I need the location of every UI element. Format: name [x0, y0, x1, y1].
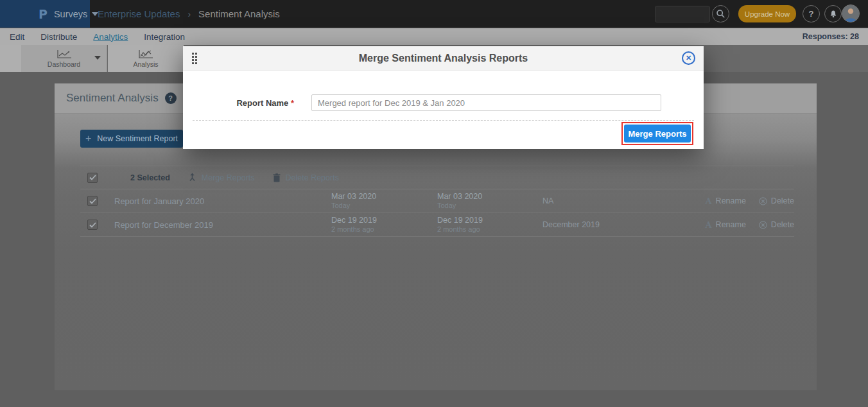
- delete-reports-action[interactable]: Delete Reports: [273, 173, 339, 182]
- merge-icon: [188, 173, 196, 182]
- ribbon-tab-analysis[interactable]: Analysis: [108, 45, 184, 72]
- search-icon: [716, 9, 725, 19]
- breadcrumb-separator-icon: ›: [187, 9, 191, 19]
- brand-logo: P: [39, 7, 48, 21]
- notifications-button[interactable]: [824, 5, 842, 22]
- close-icon: ✕: [686, 54, 691, 62]
- nav-item-integration[interactable]: Integration: [144, 32, 185, 42]
- new-report-label: New Sentiment Report: [97, 134, 178, 143]
- modified-relative: Today: [437, 202, 542, 210]
- created-date: Mar 03 2020: [331, 192, 437, 201]
- app-root: P Surveys Enterprise Updates › Sentiment…: [0, 0, 868, 407]
- rename-icon: A: [706, 196, 712, 206]
- created-date-cell: Mar 03 2020 Today: [331, 192, 437, 209]
- nav-item-edit[interactable]: Edit: [10, 32, 24, 42]
- breadcrumb: Enterprise Updates › Sentiment Analysis: [98, 0, 280, 28]
- merge-reports-label: Merge Reports: [202, 173, 255, 182]
- survey-nav: Edit Distribute Analytics Integration Re…: [0, 28, 868, 45]
- search-button[interactable]: [712, 5, 729, 22]
- modal-divider: [193, 120, 694, 121]
- rename-button[interactable]: A Rename: [706, 196, 746, 206]
- drag-handle-icon[interactable]: [192, 53, 197, 64]
- row-checkbox[interactable]: [87, 196, 98, 206]
- row-checkbox[interactable]: [87, 220, 98, 230]
- required-asterisk: *: [291, 98, 294, 108]
- reports-table: 2 Selected Merge Reports: [80, 166, 794, 237]
- modified-date-cell: Dec 19 2019 2 months ago: [437, 216, 542, 233]
- modal-body: Report Name * Merge Reports: [183, 71, 704, 148]
- new-sentiment-report-button[interactable]: + New Sentiment Report: [80, 130, 183, 148]
- nav-item-distribute[interactable]: Distribute: [40, 32, 77, 42]
- check-icon: [89, 175, 96, 180]
- trend-chart-icon: [137, 49, 154, 59]
- page-help-button[interactable]: ?: [165, 92, 177, 104]
- report-name-label-text: Report Name: [236, 98, 288, 108]
- page-title: Sentiment Analysis: [66, 92, 159, 105]
- row-actions: A Rename Delete: [693, 196, 794, 206]
- report-name-field-row: Report Name *: [183, 94, 704, 111]
- top-bar: P Surveys Enterprise Updates › Sentiment…: [0, 0, 868, 28]
- circle-x-icon: [759, 197, 767, 205]
- merge-reports-submit-button[interactable]: Merge Reports: [624, 125, 691, 143]
- click-target-annotation: Merge Reports: [621, 122, 693, 145]
- breadcrumb-survey-link[interactable]: Enterprise Updates: [98, 8, 180, 19]
- delete-button[interactable]: Delete: [759, 220, 794, 229]
- created-date: Dec 19 2019: [331, 216, 437, 225]
- delete-label: Delete: [771, 220, 794, 229]
- help-button[interactable]: ?: [803, 5, 820, 22]
- person-icon: [842, 5, 859, 22]
- ribbon-tab-label: Dashboard: [48, 60, 80, 68]
- select-all-checkbox[interactable]: [87, 173, 98, 183]
- product-switcher[interactable]: P Surveys: [0, 0, 90, 28]
- merge-reports-modal: Merge Sentiment Analysis Reports ✕ Repor…: [183, 46, 704, 149]
- created-relative: 2 months ago: [331, 225, 437, 234]
- plus-icon: +: [85, 133, 91, 144]
- bell-icon: [829, 10, 838, 19]
- chevron-down-icon[interactable]: [94, 56, 101, 60]
- trash-icon: [273, 173, 281, 182]
- product-name: Surveys: [54, 9, 87, 19]
- modal-close-button[interactable]: ✕: [682, 51, 695, 65]
- report-name[interactable]: Report for January 2020: [114, 196, 331, 206]
- report-name-input[interactable]: [311, 94, 661, 111]
- delete-label: Delete: [771, 196, 794, 205]
- panel-body: + New Sentiment Report 2 Selected: [55, 114, 817, 390]
- table-row[interactable]: Report for January 2020 Mar 03 2020 Toda…: [80, 189, 794, 213]
- breadcrumb-current-page: Sentiment Analysis: [198, 8, 280, 19]
- created-relative: Today: [331, 202, 437, 210]
- table-row[interactable]: Report for December 2019 Dec 19 2019 2 m…: [80, 213, 794, 237]
- rename-icon: A: [706, 220, 712, 230]
- upgrade-now-button[interactable]: Upgrade Now: [738, 5, 796, 22]
- modified-date: Mar 03 2020: [437, 192, 542, 201]
- created-date-cell: Dec 19 2019 2 months ago: [331, 216, 437, 233]
- user-avatar[interactable]: [842, 4, 860, 22]
- modal-title: Merge Sentiment Analysis Reports: [359, 53, 528, 64]
- question-mark-icon: ?: [809, 9, 814, 19]
- row-actions: A Rename Delete: [693, 220, 794, 230]
- check-icon: [89, 222, 96, 228]
- merge-reports-action[interactable]: Merge Reports: [188, 173, 255, 182]
- report-name-label: Report Name *: [183, 98, 294, 108]
- rename-label: Rename: [716, 220, 746, 229]
- delete-button[interactable]: Delete: [759, 196, 794, 205]
- check-icon: [89, 198, 96, 204]
- bulk-action-row: 2 Selected Merge Reports: [80, 166, 794, 189]
- responses-count: Responses: 28: [803, 32, 859, 41]
- global-search-input[interactable]: [655, 6, 710, 22]
- line-chart-icon: [56, 49, 73, 59]
- rename-button[interactable]: A Rename: [706, 220, 746, 230]
- ribbon-edge: [0, 45, 21, 72]
- ribbon-tab-dashboard[interactable]: Dashboard: [21, 45, 107, 72]
- modal-header: Merge Sentiment Analysis Reports ✕: [183, 46, 704, 71]
- rename-label: Rename: [716, 196, 746, 205]
- report-period: NA: [542, 196, 693, 205]
- modified-relative: 2 months ago: [437, 225, 542, 234]
- ribbon-tab-label: Analysis: [133, 60, 158, 68]
- report-period: December 2019: [542, 220, 693, 229]
- circle-x-icon: [759, 221, 767, 229]
- report-name[interactable]: Report for December 2019: [114, 220, 331, 230]
- delete-reports-label: Delete Reports: [286, 173, 339, 182]
- modified-date-cell: Mar 03 2020 Today: [437, 192, 542, 209]
- modified-date: Dec 19 2019: [437, 216, 542, 225]
- nav-item-analytics[interactable]: Analytics: [93, 32, 128, 42]
